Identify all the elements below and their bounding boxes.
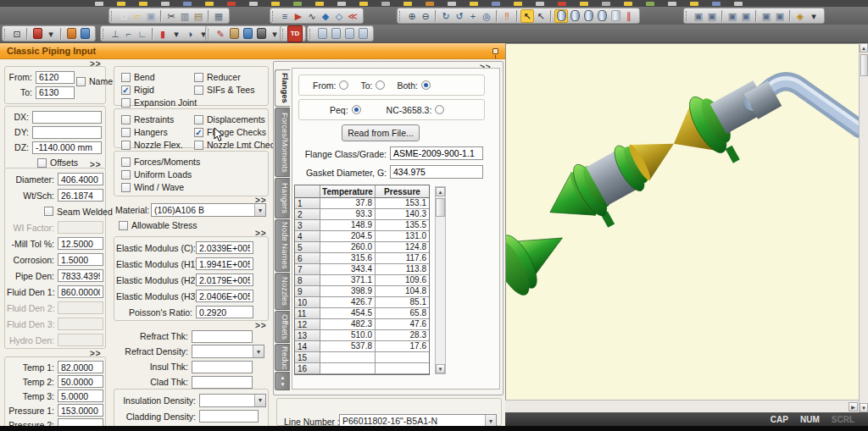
checkbox-nozzle-lmt-check[interactable]: Nozzle Lmt Check [194, 139, 279, 151]
toolbar-mini-icon[interactable] [139, 2, 147, 6]
toolbar-mini-icon[interactable] [448, 2, 456, 6]
scroll-up-icon[interactable]: ▲ [860, 43, 868, 52]
save-icon[interactable]: ▣ [144, 9, 158, 23]
table-cell[interactable]: 148.9 [320, 220, 376, 231]
row-number-cell[interactable]: 9 [295, 286, 320, 297]
toolbar-mini-icon[interactable] [690, 2, 698, 6]
row-number-cell[interactable]: 10 [295, 297, 320, 308]
field-input-poisson-s-ratio[interactable] [196, 306, 253, 318]
toolbar-mini-icon[interactable] [249, 2, 258, 6]
orbit-view-icon[interactable]: ↺ [453, 9, 466, 23]
toolbar-mini-icon[interactable] [734, 2, 743, 6]
iso-view-icon[interactable]: ◈ [793, 9, 807, 23]
tab-nozzles[interactable]: Nozzles [275, 273, 290, 310]
toolbar-mini-icon[interactable] [602, 2, 610, 6]
view-cube-3-icon[interactable]: ▣ [726, 9, 739, 23]
scroll-down-icon[interactable]: ▼ [860, 403, 868, 412]
insert-break-icon[interactable]: ≪ [346, 9, 359, 23]
checkbox-reducer[interactable]: Reducer [194, 71, 254, 83]
table-cell[interactable]: 113.8 [376, 264, 429, 275]
zoom-out-icon[interactable]: ⊖ [419, 9, 432, 23]
field-input-temp-3[interactable] [58, 390, 103, 402]
table-cell[interactable]: 65.8 [376, 308, 429, 319]
pan-view-icon[interactable]: + [466, 9, 480, 23]
zoom-window-icon[interactable]: ◎ [480, 9, 493, 23]
table-cell[interactable]: 315.6 [320, 253, 376, 264]
toolbar-mini-icon[interactable] [117, 2, 125, 6]
toolbar-mini-icon[interactable] [161, 2, 170, 6]
table-cell[interactable] [320, 352, 376, 363]
tee-tool-icon[interactable]: ⌐ [122, 27, 136, 41]
toolbar-mini-icon[interactable] [293, 2, 302, 6]
toolbar-mini-icon[interactable] [558, 2, 566, 6]
checkbox-uniform-loads[interactable]: Uniform Loads [121, 169, 200, 180]
new-file-icon[interactable]: □ [117, 9, 131, 23]
tab-scroll-down-icon[interactable]: ▼ [281, 382, 286, 387]
3d-model-view[interactable] [505, 43, 859, 400]
temperature-tool-icon[interactable]: ▮ [156, 27, 170, 41]
table-cell[interactable]: 93.3 [320, 209, 376, 220]
table-scrollbar[interactable]: ▲ ▼ [435, 186, 446, 374]
field-input-cladding-density[interactable] [199, 410, 259, 423]
scroll-up-icon[interactable]: ▲ [436, 187, 445, 196]
temperature-dropdown-icon[interactable]: ▾ [170, 27, 183, 41]
field-combo-refract-density[interactable]: ▾ [192, 345, 264, 358]
view-cube-1-icon[interactable]: ▣ [692, 9, 705, 23]
list-input-icon[interactable]: ≡ [278, 9, 292, 23]
open-file-icon[interactable]: ▱ [131, 9, 144, 23]
toolbar-mini-icon[interactable] [205, 2, 214, 6]
chevron-down-icon[interactable]: ▾ [254, 204, 265, 216]
pin-icon[interactable] [492, 48, 498, 54]
flange-tool-a-icon[interactable] [64, 27, 78, 41]
toolbar-mini-icon[interactable] [536, 2, 544, 6]
radio-to[interactable]: To: [360, 80, 385, 91]
table-cell[interactable]: 398.9 [320, 286, 376, 297]
field-input-pipe-den[interactable] [58, 269, 103, 282]
checkbox-displacements[interactable]: Displacements [194, 113, 279, 125]
row-number-cell[interactable]: 7 [295, 264, 320, 275]
select-cursor-icon[interactable]: ↖ [520, 9, 534, 23]
field-input-elastic-modulus-h1[interactable] [196, 257, 253, 270]
node-pencil-icon[interactable]: ✎ [214, 27, 227, 41]
view-horizontal-scrollbar[interactable]: ▶ [505, 400, 859, 412]
export-icon[interactable]: ▶ [292, 9, 305, 23]
field-input-corrosion[interactable] [58, 253, 103, 266]
table-cell[interactable]: 204.5 [320, 231, 376, 242]
checkbox-restraints[interactable]: Restraints [121, 113, 183, 125]
rotate-view-icon[interactable]: ↻ [439, 9, 453, 23]
toolbar-mini-icon[interactable] [712, 2, 721, 6]
checkbox-name[interactable]: Name [76, 75, 113, 87]
table-cell[interactable]: 124.8 [376, 242, 429, 253]
render-cylinder-5-icon[interactable] [609, 9, 622, 23]
tab-hangers[interactable]: Hangers [275, 178, 290, 218]
cut-icon[interactable]: ✂ [164, 9, 178, 23]
scroll-right-icon[interactable]: ▶ [849, 402, 858, 412]
pressure-tool-icon[interactable]: ◑ [183, 27, 197, 41]
node-tool-4-icon[interactable] [254, 27, 268, 41]
view-cube-6-icon[interactable]: ▣ [773, 9, 787, 23]
td-tool-icon[interactable]: TD [288, 27, 302, 41]
field-input-from[interactable] [36, 71, 75, 84]
table-cell[interactable]: 260.0 [320, 242, 376, 253]
row-number-cell[interactable]: 2 [295, 209, 320, 220]
field-input-refract-thk[interactable] [192, 330, 253, 343]
field-input-to[interactable] [36, 86, 75, 99]
toolbar-mini-icon[interactable] [183, 2, 192, 6]
checkbox-rigid[interactable]: ✓Rigid [121, 84, 197, 96]
radio-peq[interactable]: Peq: [330, 104, 361, 116]
flange-tool-b-icon[interactable] [78, 27, 92, 41]
checkbox-expansion-joint[interactable]: Expansion Joint [121, 97, 197, 108]
tab-flanges[interactable]: Flanges [275, 69, 290, 107]
toolbar-mini-icon[interactable] [492, 2, 500, 6]
field-input-fluid-den-3[interactable] [58, 318, 103, 330]
tab-scroll-up-icon[interactable]: ▲ [281, 375, 286, 380]
field-input-dx[interactable] [32, 111, 102, 124]
field-input-wt-sch[interactable] [58, 189, 103, 202]
view-cube-4-icon[interactable]: ▣ [739, 9, 753, 23]
checkbox-wind-wave[interactable]: Wind / Wave [121, 181, 200, 193]
table-cell[interactable] [376, 363, 429, 374]
row-number-cell[interactable]: 8 [295, 275, 320, 286]
select-cursor-alt-icon[interactable]: ↖ [534, 9, 548, 23]
scroll-thumb[interactable] [860, 54, 868, 76]
plot-icon[interactable]: ∿ [305, 9, 319, 23]
